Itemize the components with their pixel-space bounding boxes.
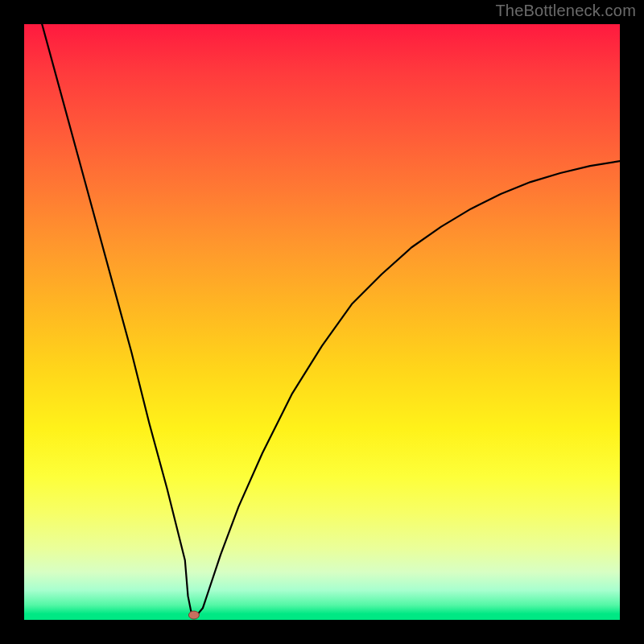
curve-layer bbox=[24, 24, 620, 620]
attribution-text: TheBottleneck.com bbox=[495, 2, 636, 20]
chart-frame: TheBottleneck.com bbox=[0, 0, 644, 644]
optimum-marker bbox=[188, 611, 199, 619]
plot-area bbox=[24, 24, 620, 620]
bottleneck-curve bbox=[42, 24, 620, 615]
